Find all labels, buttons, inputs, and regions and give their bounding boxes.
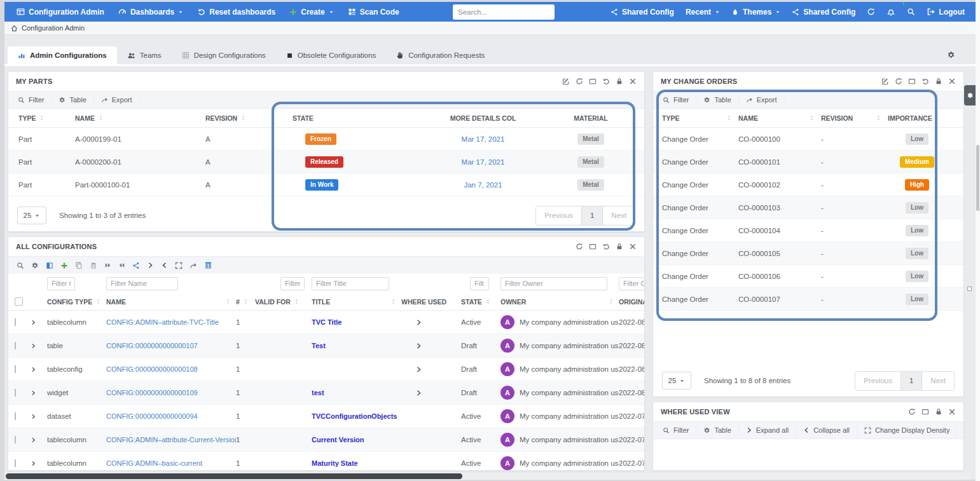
column-header[interactable]: STATE [461,298,500,306]
fast-forward-icon[interactable] [104,262,111,269]
undo-icon[interactable] [602,243,610,250]
close-icon[interactable] [948,408,956,416]
expand-chevron-icon[interactable] [31,343,36,349]
tab-obsolete-configurations[interactable]: Obsolete Configurations [276,46,386,64]
where-used-chevron-icon[interactable] [415,342,422,349]
name-link[interactable]: CONFIG:0000000000000109 [106,389,236,396]
date-link[interactable]: Mar 17, 2021 [462,158,505,166]
export-button[interactable]: Export [957,421,964,439]
select-all-checkbox[interactable] [15,297,23,306]
table-row[interactable]: Part Part-0000100-01 A In Work Jan 7, 20… [8,173,644,196]
name-link[interactable]: CONFIG:ADMIN–attribute-Current-Version [106,436,236,444]
expand-chevron-icon[interactable] [31,461,36,466]
settings-flap[interactable] [964,85,976,105]
search-input[interactable] [458,8,556,16]
table-row[interactable]: dataset CONFIG:0000000000000094 1 TVCCon… [8,405,644,428]
row-checkbox[interactable] [15,436,16,444]
filter-title-input[interactable] [312,277,389,290]
row-checkbox[interactable] [15,318,16,326]
where-used-chevron-icon[interactable] [415,366,422,373]
date-link[interactable]: Jan 7, 2021 [464,181,502,189]
current-page-button[interactable]: 1 [901,372,921,390]
date-link[interactable]: Mar 17, 2021 [462,135,505,143]
table-row[interactable]: widget CONFIG:0000000000000109 1 test Dr… [8,381,644,405]
column-header[interactable]: VALID FOR [255,298,312,306]
filter-owner-input[interactable] [500,277,607,290]
breadcrumb-label[interactable]: Configuration Admin [22,24,85,32]
table-row[interactable]: tablecolumn CONFIG:ADMIN–attribute-TVC-T… [8,311,644,334]
current-page-button[interactable]: 1 [581,207,602,225]
refresh-icon[interactable] [895,78,902,85]
nav-reset-dashboards[interactable]: Reset dashboards [191,2,281,22]
title-link[interactable]: Current Version [312,436,401,444]
export-button[interactable]: Export [94,91,140,109]
export-button[interactable]: Export [739,91,785,109]
close-icon[interactable] [629,243,637,250]
nav-shared-config-1[interactable]: Shared Config [605,2,680,22]
table-button[interactable]: Table [696,421,738,439]
chevron-right-icon[interactable] [147,262,154,269]
refresh-icon[interactable] [576,78,583,85]
table-row[interactable]: Change Order CO-0000105 - Low [653,242,963,265]
edit-icon[interactable] [562,78,570,85]
undo-icon[interactable] [921,78,929,85]
tab-configuration-requests[interactable]: Configuration Requests [386,46,495,64]
filter-button[interactable]: Filter [656,421,696,439]
expand-chevron-icon[interactable] [31,390,36,396]
table-button[interactable]: Table [696,91,738,109]
nav-refresh-button[interactable] [861,2,881,22]
change-display-density-button[interactable]: Change Display Density [857,421,957,439]
vertical-scrollbar[interactable] [976,0,980,481]
column-header[interactable]: NAME [106,298,236,306]
column-header[interactable]: STATE [293,114,407,122]
next-page-button[interactable]: Next [921,372,954,390]
table-row[interactable]: Change Order CO-0000107 - Low [653,288,963,311]
column-header[interactable]: CONFIG TYPE [47,298,106,306]
export-icon[interactable] [190,262,197,269]
name-link[interactable]: CONFIG:0000000000000094 [106,412,236,420]
column-header[interactable]: NAME [738,114,821,122]
expand-chevron-icon[interactable] [31,437,36,443]
table-row[interactable]: Change Order CO-0000100 - Low [653,128,963,151]
table-row[interactable]: Part A-0000200-01 A Released Mar 17, 202… [8,151,644,173]
table-row[interactable]: Change Order CO-0000102 - High [653,173,963,196]
filter-originated-input[interactable] [619,277,645,290]
where-used-chevron-icon[interactable] [415,390,422,396]
nav-create[interactable]: Create [284,2,339,22]
column-header[interactable]: MATERIAL [559,114,623,122]
column-header[interactable]: TYPE [18,114,75,122]
table-row[interactable]: Change Order CO-0000104 - Low [653,219,963,242]
tab-admin-configurations[interactable]: Admin Configurations [8,46,117,64]
column-header[interactable]: ORIGINATED [619,298,645,306]
collapse-all-button[interactable]: Collapse all [796,421,857,439]
filter-button[interactable]: Filter [11,91,52,109]
window-icon[interactable] [589,243,597,250]
edit-icon[interactable] [881,78,889,85]
nav-themes[interactable]: Themes [726,2,786,22]
window-icon[interactable] [908,78,916,85]
horizontal-scrollbar[interactable] [4,473,971,480]
nav-scan-code[interactable]: Scan Code [342,2,405,22]
name-link[interactable]: CONFIG:ADMIN–basic-current [106,459,236,467]
title-link[interactable]: Maturity State [312,459,401,467]
table-row[interactable]: Change Order CO-0000106 - Low [653,265,963,288]
horizontal-scrollbar-thumb[interactable] [6,473,462,479]
expand-chevron-icon[interactable] [31,320,36,325]
table-row[interactable]: table CONFIG:0000000000000107 1 Test Dra… [8,334,644,358]
expand-chevron-icon[interactable] [31,414,36,419]
lock-icon[interactable] [616,78,623,85]
lock-icon[interactable] [935,408,942,416]
filter-valid-for-input[interactable] [280,277,305,290]
title-link[interactable]: test [312,389,401,396]
table-row[interactable]: tablecolumn CONFIG:ADMIN–basic-current 1… [8,452,644,471]
filter-config-type-input[interactable] [47,277,75,290]
columns-icon[interactable] [46,262,53,269]
table-row[interactable]: Change Order CO-0000101 - Medium [653,151,963,173]
column-header[interactable]: NAME [75,114,205,122]
name-link[interactable]: CONFIG:ADMIN–attribute-TVC-Title [106,318,236,326]
chevron-left-icon[interactable] [161,262,168,269]
nav-recent[interactable]: Recent [680,2,726,22]
row-checkbox[interactable] [15,389,16,396]
copy-icon[interactable] [75,262,83,269]
window-icon[interactable] [589,78,597,85]
